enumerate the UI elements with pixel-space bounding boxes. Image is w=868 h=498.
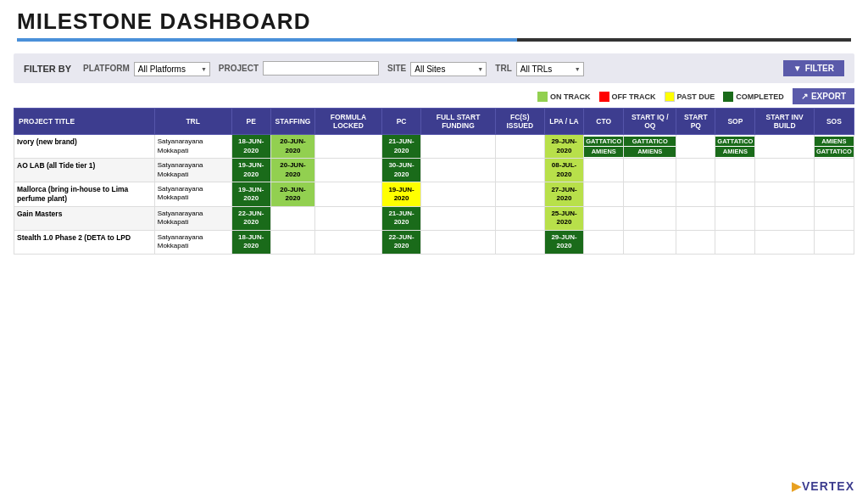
table-row: Ivory (new brand)Satyanarayana Mokkapati… [14,135,854,159]
legend-past-due: PAST DUE [665,92,715,102]
table-header-row: PROJECT TITLE TRL PE STAFFING FORMULA LO… [14,109,854,135]
table-cell [814,159,854,182]
table-cell [624,182,676,206]
project-title-cell: AO LAB (all Tide tier 1) [14,159,155,182]
table-cell: 20-JUN-2020 [270,135,314,159]
col-project-title: PROJECT TITLE [14,109,155,135]
table-cell [315,207,382,231]
table-cell [315,182,382,206]
past-due-dot [665,92,675,102]
export-button[interactable]: ↗ EXPORT [793,88,854,104]
table-cell: 20-JUN-2020 [270,182,314,206]
off-track-label: OFF TRACK [612,92,656,101]
table-cell [421,207,496,231]
vertex-logo: ▶VERTEX [792,479,854,493]
table-cell: 18-JUN-2020 [231,135,270,159]
table-cell [495,230,544,254]
table-cell: 22-JUN-2020 [381,230,420,254]
header-line [17,38,851,42]
completed-label: COMPLETED [736,92,784,101]
table-cell [495,159,544,182]
project-input[interactable] [263,61,379,76]
project-label: PROJECT [219,64,259,73]
col-pc: PC [381,109,420,135]
table-cell [755,182,814,206]
table-cell [814,230,854,254]
table-cell [676,230,715,254]
footer: ▶VERTEX [792,479,854,493]
table-cell [814,207,854,231]
export-icon: ↗ [801,92,808,101]
table-cell: 19-JUN-2020 [381,182,420,206]
table-cell: 22-JUN-2020 [231,207,270,231]
table-cell: 19-JUN-2020 [231,159,270,182]
trl-label: TRL [495,64,511,73]
table-cell [715,159,755,182]
table-cell: 21-JUN-2020 [381,135,420,159]
col-cto: CTO [584,109,624,135]
table-cell: 21-JUN-2020 [381,207,420,231]
completed-dot [723,92,733,102]
table-cell [584,207,624,231]
trl-select-wrapper[interactable]: All TRLs [516,60,584,76]
table-cell: 30-JUN-2020 [381,159,420,182]
table-cell: 27-JUN-2020 [544,182,583,206]
platform-select-wrapper[interactable]: All Platforms [134,60,210,76]
table-cell [755,159,814,182]
col-sos: SOS [814,109,854,135]
table-cell [624,159,676,182]
col-formula-locked: FORMULA LOCKED [315,109,382,135]
table-cell [421,230,496,254]
table-cell [270,207,314,231]
col-fcs-issued: FC(S) ISSUED [495,109,544,135]
table-cell [755,207,814,231]
site-select-wrapper[interactable]: All Sites [410,60,487,76]
trl-cell: Satyanarayana Mokkapati [154,135,231,159]
col-start-pq: START PQ [676,109,715,135]
col-sop: SOP [715,109,755,135]
table-body: Ivory (new brand)Satyanarayana Mokkapati… [14,135,854,254]
table-cell [270,230,314,254]
legend-off-track: OFF TRACK [599,92,656,102]
filter-button-label: FILTER [805,64,834,73]
col-start-inv-build: START INV BUILD [755,109,814,135]
table-cell [715,230,755,254]
past-due-label: PAST DUE [677,92,715,101]
platform-select[interactable]: All Platforms [134,62,210,76]
filter-bar: FILTER BY PLATFORM All Platforms PROJECT… [14,53,854,83]
table-cell [495,135,544,159]
project-title-cell: Ivory (new brand) [14,135,155,159]
filter-icon: ▼ [793,64,802,73]
legend-on-track: ON TRACK [537,92,591,102]
page-title: MILESTONE DASHBOARD [17,8,851,35]
export-button-label: EXPORT [811,92,846,101]
site-filter-group: SITE All Sites [387,60,487,76]
vertex-arrow: ▶ [792,479,802,493]
table-cell: 29-JUN-2020 [544,135,583,159]
legend-completed: COMPLETED [723,92,784,102]
project-filter-group: PROJECT [219,61,379,76]
table-cell [715,182,755,206]
table-cell [584,182,624,206]
filter-button[interactable]: ▼ FILTER [783,60,844,76]
trl-select[interactable]: All TRLs [516,62,584,76]
table-row: Mallorca (bring in-house to Lima perfume… [14,182,854,206]
table-cell [584,159,624,182]
table-cell: 08-JUL-2020 [544,159,583,182]
table-cell [676,182,715,206]
table-cell [814,182,854,206]
table-cell [315,159,382,182]
milestone-table: PROJECT TITLE TRL PE STAFFING FORMULA LO… [14,108,854,255]
site-label: SITE [387,64,406,73]
trl-cell: Satyanarayana Mokkapati [154,230,231,254]
header: MILESTONE DASHBOARD [0,0,868,48]
table-cell: 29-JUN-2020 [544,230,583,254]
table-cell [715,207,755,231]
site-select[interactable]: All Sites [410,62,487,76]
col-trl: TRL [154,109,231,135]
col-start-iq-oq: START IQ / OQ [624,109,676,135]
table-cell [676,207,715,231]
off-track-dot [599,92,609,102]
table-cell [584,230,624,254]
table-cell [676,135,715,159]
